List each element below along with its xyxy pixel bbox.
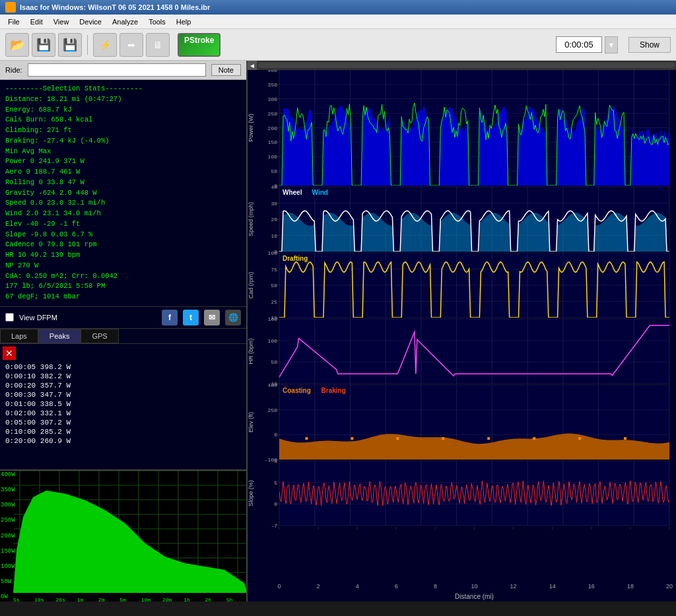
- ride-label: Ride:: [5, 66, 22, 74]
- list-item[interactable]: 0:01:00 338.5 W: [0, 399, 246, 409]
- stats-elev: Elev -40 -29 -1 ft: [5, 219, 241, 230]
- stats-energy: Energy: 688.7 kJ: [5, 105, 241, 116]
- mini-chart-canvas: [0, 471, 246, 601]
- scroll-left-button[interactable]: ◄: [248, 61, 257, 70]
- stats-cadence: Cadence 0 79.8 101 rpm: [5, 240, 241, 250]
- left-panel: Ride: Note ---------Selection Stats-----…: [0, 61, 248, 601]
- title-bar: Isaac for Windows: WilsonT 06 05 2021 14…: [0, 0, 676, 15]
- save-button[interactable]: 💾: [32, 33, 55, 57]
- stats-temp: 67 degF; 1014 mbar: [5, 292, 241, 302]
- menu-device[interactable]: Device: [74, 17, 107, 27]
- dfpm-label: View DFPM: [19, 314, 57, 322]
- mini-chart: [0, 469, 246, 601]
- device-button[interactable]: ⚡: [93, 33, 117, 57]
- menu-view[interactable]: View: [48, 17, 75, 27]
- tab-gps[interactable]: GPS: [81, 329, 118, 343]
- stats-slope: Slope -9.8 0.03 6.7 %: [5, 230, 241, 240]
- stats-gravity: Gravity -624 2.0 448 W: [5, 188, 241, 199]
- stats-table-header: Min Avg Max: [5, 147, 241, 157]
- menu-edit[interactable]: Edit: [25, 17, 48, 27]
- menu-tools[interactable]: Tools: [143, 17, 171, 27]
- peaks-list-container[interactable]: 0:00:05 398.2 W0:00:10 382.2 W0:00:20 35…: [0, 362, 246, 469]
- main-chart-canvas: [248, 70, 676, 601]
- show-button[interactable]: Show: [628, 37, 671, 53]
- stats-braking: Braking: -27.4 kJ (-4.0%): [5, 136, 241, 147]
- ride-input[interactable]: [28, 63, 206, 77]
- stats-climbing: Climbing: 271 ft: [5, 125, 241, 136]
- stats-weight: 177 lb; 6/5/2021 5:58 PM: [5, 281, 241, 292]
- time-dropdown-button[interactable]: ▼: [605, 36, 618, 53]
- toolbar: 📂 💾 💾 ⚡ ➡ 🖥 PStroke 0:00:05 ▼ Show: [0, 29, 676, 61]
- tabs-area: Laps Peaks GPS: [0, 329, 246, 344]
- list-item[interactable]: 0:02:00 332.1 W: [0, 409, 246, 418]
- dfpm-checkbox[interactable]: [5, 313, 14, 322]
- note-button[interactable]: Note: [211, 64, 241, 76]
- email-icon[interactable]: ✉: [204, 310, 220, 325]
- display-button[interactable]: 🖥: [146, 33, 170, 57]
- scroll-track[interactable]: [258, 63, 675, 68]
- stats-header: ---------Selection Stats---------: [5, 84, 241, 94]
- menu-help[interactable]: Help: [171, 17, 197, 27]
- stats-speed: Speed 0.0 23.0 32.1 mi/h: [5, 198, 241, 209]
- title-bar-text: Isaac for Windows: WilsonT 06 05 2021 14…: [20, 3, 210, 11]
- ride-area: Ride: Note: [0, 61, 246, 80]
- pstroke-button[interactable]: PStroke: [178, 33, 220, 57]
- transfer-button[interactable]: ➡: [119, 33, 143, 57]
- open-button[interactable]: 📂: [5, 33, 29, 57]
- tab-peaks[interactable]: Peaks: [38, 329, 81, 343]
- web-icon[interactable]: 🌐: [225, 310, 241, 325]
- stats-distance: Distance: 18.21 mi (0:47:27): [5, 94, 241, 105]
- twitter-icon[interactable]: t: [183, 310, 199, 325]
- app-icon: [5, 2, 16, 13]
- list-item[interactable]: 0:00:30 347.7 W: [0, 390, 246, 399]
- menu-analyze[interactable]: Analyze: [107, 17, 143, 27]
- stats-wind: Wind 2.0 23.1 34.0 mi/h: [5, 209, 241, 219]
- stats-np: NP 270 W: [5, 261, 241, 271]
- time-display: 0:00:05: [556, 36, 602, 53]
- stats-rolling: Rolling 0 33.8 47 W: [5, 178, 241, 188]
- scroll-bar-area[interactable]: ◄: [248, 61, 676, 70]
- menu-bar: File Edit View Device Analyze Tools Help: [0, 15, 676, 29]
- list-item[interactable]: 0:00:20 357.7 W: [0, 381, 246, 390]
- stats-cda: CdA: 0.250 m^2; Crr: 0.0042: [5, 271, 241, 282]
- peaks-delete-button[interactable]: ✕: [3, 347, 16, 360]
- menu-file[interactable]: File: [3, 17, 25, 27]
- list-item[interactable]: 0:00:05 398.2 W: [0, 362, 246, 372]
- list-item[interactable]: 0:10:00 285.2 W: [0, 427, 246, 436]
- peaks-list-area: ✕ 0:00:05 398.2 W0:00:10 382.2 W0:00:20 …: [0, 344, 246, 469]
- peaks-list-header: ✕: [0, 344, 246, 362]
- list-item[interactable]: 0:20:00 260.9 W: [0, 436, 246, 446]
- list-item[interactable]: 0:05:00 307.2 W: [0, 418, 246, 427]
- stats-hr: HR 10 49.2 139 bpm: [5, 250, 241, 261]
- social-area: View DFPM f t ✉ 🌐: [0, 307, 246, 329]
- main-area: Ride: Note ---------Selection Stats-----…: [0, 61, 676, 601]
- stats-cals: Cals Burn: 658.4 kcal: [5, 115, 241, 125]
- stats-aero: Aero 0 188.7 461 W: [5, 167, 241, 178]
- tab-laps[interactable]: Laps: [0, 329, 38, 343]
- save-as-button[interactable]: 💾: [58, 33, 82, 57]
- toolbar-separator-1: [87, 35, 88, 55]
- list-item[interactable]: 0:00:10 382.2 W: [0, 372, 246, 381]
- stats-power: Power 0 241.9 371 W: [5, 156, 241, 167]
- facebook-icon[interactable]: f: [162, 310, 178, 325]
- stats-area: ---------Selection Stats--------- Distan…: [0, 80, 246, 307]
- right-panel: ◄ At 0:47:45 (18.3 mi): Power: 310 W; Sp…: [248, 61, 676, 601]
